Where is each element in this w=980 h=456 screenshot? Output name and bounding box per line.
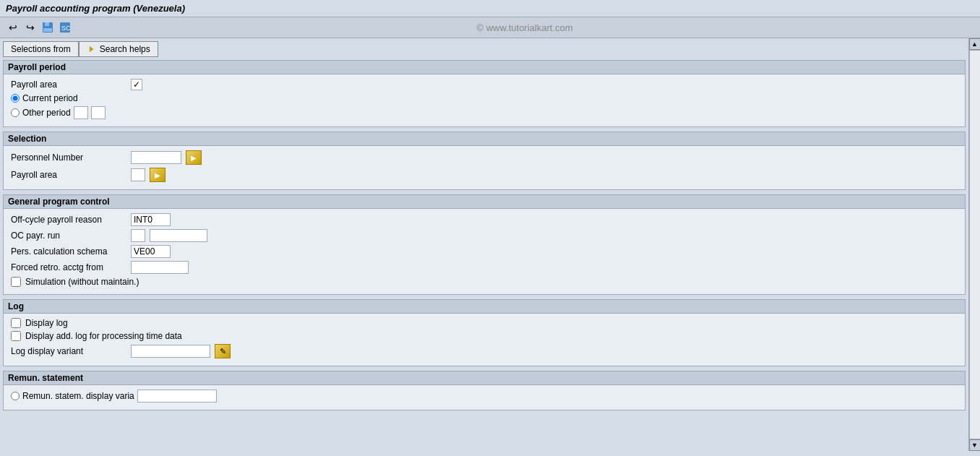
display-add-log-label: Display add. log for processing time dat… bbox=[25, 331, 182, 341]
other-period-row: Other period bbox=[11, 106, 958, 119]
payroll-period-section: Payroll period Payroll area ✓ Current pe… bbox=[3, 60, 966, 127]
personnel-number-arrow-button[interactable] bbox=[186, 150, 202, 165]
forced-retro-input[interactable] bbox=[131, 261, 189, 274]
simulation-label: Simulation (without maintain.) bbox=[25, 277, 139, 287]
log-display-variant-edit-button[interactable]: ✎ bbox=[215, 344, 231, 358]
log-display-variant-label: Log display variant bbox=[11, 346, 126, 356]
personnel-number-row: Personnel Number bbox=[11, 150, 958, 165]
svg-text:SC: SC bbox=[61, 25, 71, 32]
log-title: Log bbox=[4, 300, 965, 314]
shortcut-icon[interactable]: SC bbox=[58, 20, 72, 35]
payroll-area-checkbox[interactable]: ✓ bbox=[131, 79, 142, 90]
personnel-number-label: Personnel Number bbox=[11, 152, 126, 163]
remun-statem-label: Remun. statem. display varia bbox=[22, 391, 134, 401]
selection-payroll-area-input[interactable] bbox=[131, 168, 145, 181]
payroll-area-label: Payroll area bbox=[11, 79, 126, 90]
selection-payroll-area-label: Payroll area bbox=[11, 170, 126, 180]
oc-payr-run-input1[interactable] bbox=[131, 229, 145, 242]
log-section: Log Display log Display add. log for pro… bbox=[3, 299, 966, 366]
display-add-log-checkbox[interactable] bbox=[11, 331, 21, 341]
search-helps-arrow-icon bbox=[87, 44, 97, 54]
selection-payroll-area-arrow-button[interactable] bbox=[150, 168, 166, 182]
log-display-variant-row: Log display variant ✎ bbox=[11, 344, 958, 358]
watermark: © www.tutorialkart.com bbox=[75, 22, 974, 33]
other-period-radio[interactable] bbox=[11, 108, 20, 117]
remun-statement-title: Remun. statement bbox=[4, 371, 965, 385]
svg-rect-1 bbox=[45, 22, 49, 26]
off-cycle-input[interactable] bbox=[131, 213, 171, 226]
pers-calc-row: Pers. calculation schema bbox=[11, 245, 958, 258]
current-period-radio[interactable] bbox=[11, 94, 20, 103]
remun-statem-radio[interactable] bbox=[11, 392, 20, 400]
other-period-input2[interactable] bbox=[91, 106, 106, 119]
selection-section: Selection Personnel Number Payroll area bbox=[3, 132, 966, 190]
general-program-control-title: General program control bbox=[4, 195, 965, 209]
payroll-area-row: Payroll area ✓ bbox=[11, 79, 958, 90]
other-period-input1[interactable] bbox=[74, 106, 88, 119]
scroll-up-button[interactable]: ▲ bbox=[969, 38, 981, 50]
check-mark: ✓ bbox=[133, 79, 140, 90]
oc-payr-run-row: OC payr. run bbox=[11, 229, 958, 242]
selections-from-button[interactable]: Selections from bbox=[3, 41, 79, 57]
current-period-label: Current period bbox=[22, 93, 78, 103]
svg-rect-2 bbox=[43, 28, 52, 32]
scroll-track[interactable] bbox=[969, 50, 981, 439]
oc-payr-run-label: OC payr. run bbox=[11, 231, 126, 241]
display-add-log-row: Display add. log for processing time dat… bbox=[11, 331, 958, 341]
simulation-checkbox[interactable] bbox=[11, 277, 21, 287]
forced-retro-label: Forced retro. acctg from bbox=[11, 262, 126, 272]
forward-icon[interactable]: ↪ bbox=[23, 20, 38, 35]
display-log-label: Display log bbox=[25, 318, 68, 328]
off-cycle-label: Off-cycle payroll reason bbox=[11, 215, 126, 225]
scroll-down-button[interactable]: ▼ bbox=[969, 439, 981, 451]
toolbar: ↩ ↪ SC © www.tutorialkart.com bbox=[0, 17, 980, 38]
display-log-checkbox[interactable] bbox=[11, 318, 21, 328]
current-period-row: Current period bbox=[11, 93, 958, 103]
pers-calc-input[interactable] bbox=[131, 245, 171, 258]
selection-payroll-area-row: Payroll area bbox=[11, 168, 958, 182]
pers-calc-label: Pers. calculation schema bbox=[11, 246, 126, 257]
simulation-row: Simulation (without maintain.) bbox=[11, 277, 958, 287]
remun-statement-section: Remun. statement Remun. statem. display … bbox=[3, 371, 966, 410]
back-icon[interactable]: ↩ bbox=[6, 20, 20, 35]
log-display-variant-input[interactable] bbox=[131, 345, 210, 358]
search-helps-button[interactable]: Search helps bbox=[79, 41, 158, 57]
scrollbar: ▲ ▼ bbox=[968, 38, 980, 451]
general-program-control-section: General program control Off-cycle payrol… bbox=[3, 194, 966, 295]
oc-payr-run-input2[interactable] bbox=[150, 229, 207, 242]
off-cycle-row: Off-cycle payroll reason bbox=[11, 213, 958, 226]
selection-title: Selection bbox=[4, 132, 965, 146]
title-bar: Payroll accounting program (Venezuela) bbox=[0, 0, 980, 17]
button-bar: Selections from Search helps bbox=[3, 41, 966, 57]
forced-retro-row: Forced retro. acctg from bbox=[11, 261, 958, 274]
display-log-row: Display log bbox=[11, 318, 958, 328]
remun-statem-row: Remun. statem. display varia bbox=[11, 390, 958, 403]
payroll-period-title: Payroll period bbox=[4, 61, 965, 74]
personnel-number-input[interactable] bbox=[131, 151, 181, 164]
remun-statem-input[interactable] bbox=[137, 390, 217, 403]
save-icon[interactable] bbox=[40, 20, 55, 35]
other-period-label: Other period bbox=[22, 108, 71, 118]
app-title: Payroll accounting program (Venezuela) bbox=[6, 3, 185, 14]
